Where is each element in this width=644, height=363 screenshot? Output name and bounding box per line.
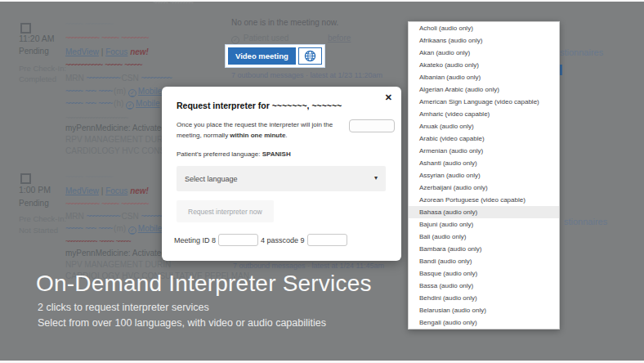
visit-line: CARDIOLOGY HVC CONSUL [65,146,176,155]
redacted-visit-type: ~~~~~~~~~~ ~~~~~ ~~~~~~~~ [65,34,148,43]
language-option[interactable]: Amharic (video capable) [409,108,559,120]
language-option[interactable]: Acholi (audio only) [409,22,559,34]
medview-link[interactable]: MedView [65,186,99,195]
caption-line1: 2 clicks to request interpreter services [38,302,209,313]
video-meeting-button[interactable]: Video meeting [228,47,296,65]
language-option[interactable]: American Sign Language (video capable) [409,96,559,108]
questionnaires-link-fragment[interactable]: stionnaires [560,47,603,57]
redacted-patient-name: ~~~~~ ~~~~~~~~ [65,20,111,29]
language-option[interactable]: Belarusian (audio only) [409,304,559,316]
redacted-visit-type: ~~~~~~~~~~ ~~~~~ ~~~~~~~~ [65,199,148,208]
phone-tag: (m) [114,224,126,233]
medview-link[interactable]: MedView [65,47,99,56]
language-option[interactable]: Bandi (audio only) [409,255,559,267]
phone-tag: (h) [114,99,123,108]
language-option[interactable]: Albanian (audio only) [409,71,559,83]
patient-used-row: ✓ Patient used before [231,34,351,44]
caption-line2: Select from over 100 languages, with vid… [38,317,326,329]
language-option[interactable]: Afrikaans (audio only) [409,34,559,47]
language-option[interactable]: Armenian (audio only) [409,145,559,157]
preferred-language-label: Patient's preferred language: [177,150,262,158]
outbound-messages-text: 7 outbound messages · latest at 1/24 11:… [233,262,384,270]
patient-used-text: Patient used [244,34,289,43]
language-option[interactable]: Bengali (audio only) [409,316,559,329]
appointment-checkbox[interactable] [20,23,31,34]
check-circle-icon: ✓ [128,226,136,235]
language-option[interactable]: Bajuni (audio only) [409,218,559,231]
redacted-phone: ~~~~~ ~~~ ~~~~ [65,87,111,96]
language-select-dropdown[interactable]: Select language ▾ [177,166,386,191]
precheck-label: Pre Check-In: [19,214,66,223]
language-option[interactable]: Bassa (audio only) [409,280,559,292]
appointment-checkbox[interactable] [20,173,31,184]
interpreter-globe-button[interactable] [298,47,322,65]
csn-label: CSN [122,74,139,83]
mobile-link[interactable]: Mobile [138,224,162,233]
top-edge-strip [0,0,644,2]
language-option[interactable]: Ashanti (audio only) [409,157,559,169]
appointment-time: 11:20 AM [19,34,55,43]
language-option-highlighted[interactable]: Bahasa (audio only) [409,206,559,218]
questionnaires-link-fragment[interactable]: stionnaires [564,217,607,226]
preferred-language-value: SPANISH [262,150,291,158]
language-select-placeholder: Select language [185,175,238,183]
meeting-id-line: Meeting ID 8 4 passcode 9 [174,234,347,246]
mrn-csn-row: MRN ~~~~~~~~~~ CSN ~~~~~~~~~ [65,212,171,221]
redacted-provider: ~~~~~~~~~~~ ~~~~~ ~~~~~ [65,60,141,69]
mobile-link[interactable]: Mobile [136,99,159,108]
focus-link[interactable]: Focus [105,186,127,195]
check-circle-icon: ✓ [128,89,136,97]
dialog-body-post: . [285,132,287,139]
language-option[interactable]: Anuak (audio only) [409,120,559,132]
meeting-id-pre: Meeting ID 8 [174,236,216,244]
new-flag: new! [130,186,149,195]
appointment-links: MedView | Focus new! [65,47,149,56]
dialog-body-text: Once you place the request the interpret… [177,119,352,141]
caption-title: On-Demand Interpreter Services [36,271,372,297]
redaction-box [307,234,347,246]
phone-tag: (m) [114,87,126,96]
before-link[interactable]: before [328,34,351,43]
language-option[interactable]: Bambara (audio only) [409,243,559,255]
portal-status: myPennMedicine: Activated [65,249,166,258]
request-interpreter-now-button[interactable]: Request interpreter now [177,200,274,222]
request-interpreter-dialog: ✕ Request interpreter for ~~~~~~~, ~~~~~… [162,87,401,261]
appointment-status: Pending [19,199,49,208]
visit-line: RPV MANAGEMENT DURIN [65,135,171,144]
outbound-messages-text: 7 outbound messages · latest at 1/23 11:… [231,71,382,79]
language-option[interactable]: Algerian Arabic (audio only) [409,83,559,96]
redacted-csn: ~~~~~~~~~ [141,74,170,83]
language-option[interactable]: Assyrian (audio only) [409,169,559,182]
link-separator: | [101,47,104,56]
redacted-header-text: ~~~~~ ~~~~~~~~ [153,0,192,7]
language-option[interactable]: Arabic (video capable) [409,132,559,145]
check-circle-icon: ✓ [126,101,134,110]
chevron-down-icon: ▾ [374,174,378,182]
mrn-label: MRN [65,74,84,83]
phone-row-mobile: ~~~~~ ~~~ ~~~~ (m) ✓Mobile [65,224,162,235]
redacted-mrn: ~~~~~~~~~~ [87,74,119,83]
precheck-state: Not Started [19,226,58,235]
appointment-status: Pending [19,47,49,56]
language-option[interactable]: Bali (audio only) [409,231,559,243]
language-option[interactable]: Akan (audio only) [409,47,559,59]
visit-line: NPV MANAGEMENT DURIN [65,260,171,269]
video-meeting-button-group: Video meeting [226,45,324,67]
precheck-label: Pre Check-In: [19,64,66,73]
dialog-body-bold: within one minute [230,132,285,139]
focus-link[interactable]: Focus [105,47,127,56]
meeting-id-mid: 4 passcode 9 [261,236,305,244]
language-option[interactable]: Azerbaijani (audio only) [409,182,559,194]
check-circle-icon: ✓ [231,36,239,44]
redacted-patient-name: ~~~~~ ~~~~~~~~ [65,173,111,182]
language-option[interactable]: Basque (audio only) [409,267,559,280]
language-option[interactable]: Akateko (audio only) [409,59,559,71]
language-option[interactable]: Behdini (audio only) [409,292,559,304]
mobile-link[interactable]: Mobile [138,87,162,96]
screenshot-stage: ~~~~~ ~~~~~~~~ 11:20 AM Pending Pre Chec… [0,0,644,363]
language-option[interactable]: Azorean Portuguese (video capable) [409,194,559,206]
portal-status: myPennMedicine: Activated [65,123,166,132]
language-dropdown-list: Acholi (audio only) Afrikaans (audio onl… [408,21,560,329]
close-icon[interactable]: ✕ [385,92,392,103]
redacted-phone: ~~~~~ ~~~ ~~~~ [65,224,111,233]
